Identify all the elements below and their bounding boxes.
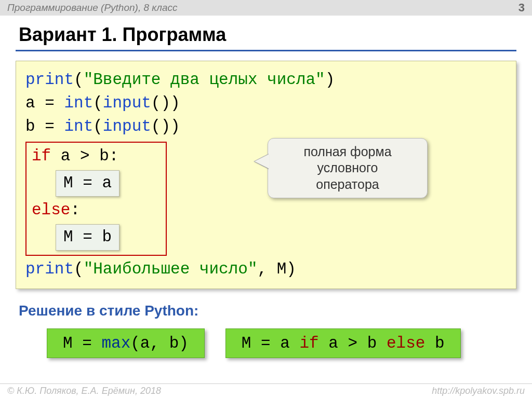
if-else-frame: if a > b: M = a else: M = b <box>25 142 167 256</box>
if-inline-keyword: if <box>299 334 318 352</box>
input-keyword: input <box>103 117 151 135</box>
int-keyword: int <box>64 94 93 112</box>
callout-box: полная форма условного оператора <box>268 138 428 198</box>
callout-line-2: условного <box>276 160 419 176</box>
slide-content: Вариант 1. Программа print("Введите два … <box>0 16 532 358</box>
footer-url: http://kpolyakov.spb.ru <box>432 386 525 396</box>
print-keyword: print <box>25 71 74 89</box>
int-keyword: int <box>64 117 93 135</box>
code-block: print("Введите два целых числа") a = int… <box>16 61 516 289</box>
slide-footer: © К.Ю. Поляков, Е.А. Ерёмин, 2018 http:/… <box>0 383 532 398</box>
footer-copyright: © К.Ю. Поляков, Е.А. Ерёмин, 2018 <box>7 386 161 396</box>
page-number: 3 <box>518 1 525 15</box>
code-line-7: print("Наибольшее число", M) <box>25 258 507 281</box>
assign-m-a: M = a <box>56 170 119 197</box>
else-line: else: <box>32 199 161 222</box>
string-literal: "Наибольшее число" <box>84 260 258 278</box>
print-keyword: print <box>25 260 74 278</box>
if-line: if a > b: <box>32 145 161 168</box>
max-keyword: max <box>101 334 130 352</box>
green-box-max: M = max(a, b) <box>47 328 205 358</box>
code-line-2: a = int(input()) <box>25 92 507 115</box>
green-box-ternary: M = a if a > b else b <box>225 328 461 358</box>
slide-header: Программирование (Python), 8 класс 3 <box>0 0 532 16</box>
if-keyword: if <box>32 147 51 165</box>
callout-line-1: полная форма <box>276 144 419 160</box>
green-boxes-row: M = max(a, b) M = a if a > b else b <box>16 328 516 358</box>
code-line-3: b = int(input()) <box>25 115 507 139</box>
else-keyword: else <box>32 201 70 219</box>
course-title: Программирование (Python), 8 класс <box>7 2 178 13</box>
input-keyword: input <box>103 94 151 112</box>
callout-line-3: оператора <box>276 176 419 193</box>
else-inline-keyword: else <box>387 334 425 352</box>
string-literal: "Введите два целых числа" <box>84 71 325 89</box>
subheading: Решение в стиле Python: <box>16 303 516 319</box>
slide-title: Вариант 1. Программа <box>16 21 516 51</box>
code-line-1: print("Введите два целых числа") <box>25 68 507 92</box>
assign-m-b: M = b <box>56 224 119 251</box>
